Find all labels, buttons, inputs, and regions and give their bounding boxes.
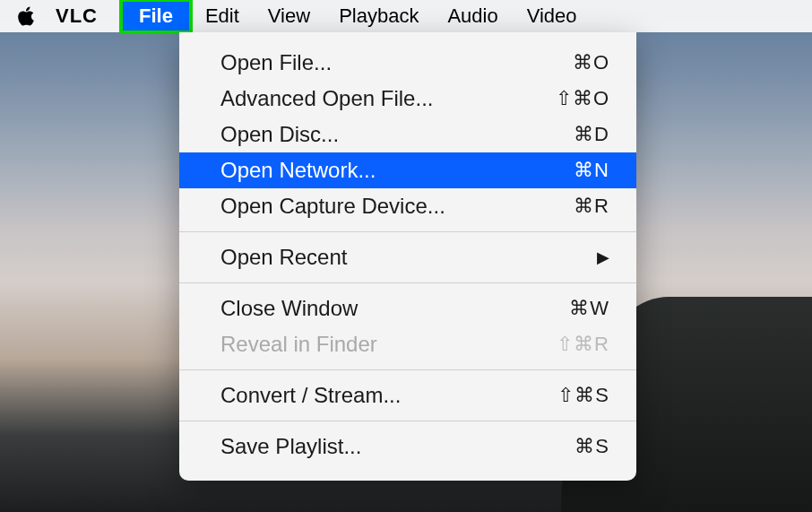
menu-item-shortcut: ⇧⌘R	[557, 333, 609, 356]
menu-separator	[179, 369, 636, 370]
menu-item-label: Open Recent	[220, 245, 597, 270]
menu-item-shortcut: ⇧⌘O	[556, 87, 609, 110]
menu-open-recent[interactable]: Open Recent ▶	[179, 239, 636, 275]
menu-audio[interactable]: Audio	[433, 0, 512, 32]
menu-item-label: Close Window	[220, 296, 569, 321]
menu-convert-stream[interactable]: Convert / Stream... ⇧⌘S	[179, 377, 636, 413]
menu-reveal-in-finder: Reveal in Finder ⇧⌘R	[179, 326, 636, 362]
menu-advanced-open-file[interactable]: Advanced Open File... ⇧⌘O	[179, 81, 636, 117]
menu-edit[interactable]: Edit	[191, 0, 254, 32]
menu-item-label: Open Network...	[220, 158, 574, 183]
menu-item-shortcut: ⌘O	[573, 51, 609, 74]
menu-separator	[179, 282, 636, 283]
menu-separator	[179, 421, 636, 421]
menu-item-shortcut: ⌘R	[574, 195, 609, 218]
menu-item-shortcut: ⌘W	[569, 297, 609, 320]
menu-item-label: Open File...	[220, 50, 573, 75]
file-dropdown-menu: Open File... ⌘O Advanced Open File... ⇧⌘…	[179, 32, 636, 481]
menu-item-label: Open Capture Device...	[220, 194, 574, 219]
menu-playback[interactable]: Playback	[324, 0, 433, 32]
menu-item-label: Advanced Open File...	[220, 86, 556, 111]
menu-item-shortcut: ⌘D	[574, 123, 609, 146]
menu-save-playlist[interactable]: Save Playlist... ⌘S	[179, 429, 636, 464]
menu-open-disc[interactable]: Open Disc... ⌘D	[179, 117, 636, 152]
menu-item-shortcut: ⌘S	[574, 435, 609, 458]
menu-open-network[interactable]: Open Network... ⌘N	[179, 152, 636, 188]
menu-item-label: Save Playlist...	[220, 434, 574, 459]
menubar: VLC File Edit View Playback Audio Video	[0, 0, 812, 32]
menu-item-shortcut: ⇧⌘S	[557, 384, 609, 407]
menu-item-shortcut: ⌘N	[574, 159, 609, 182]
menu-video[interactable]: Video	[513, 0, 592, 32]
menu-open-capture-device[interactable]: Open Capture Device... ⌘R	[179, 188, 636, 224]
menu-close-window[interactable]: Close Window ⌘W	[179, 291, 636, 326]
submenu-arrow-icon: ▶	[597, 247, 609, 267]
menu-separator	[179, 231, 636, 232]
apple-logo-icon[interactable]	[16, 4, 36, 28]
menu-item-label: Reveal in Finder	[220, 332, 557, 357]
menu-item-label: Open Disc...	[220, 122, 574, 147]
menu-file[interactable]: File	[121, 0, 191, 32]
menu-open-file[interactable]: Open File... ⌘O	[179, 45, 636, 81]
menu-view[interactable]: View	[254, 0, 324, 32]
app-name[interactable]: VLC	[56, 4, 98, 28]
menu-item-label: Convert / Stream...	[220, 383, 557, 408]
